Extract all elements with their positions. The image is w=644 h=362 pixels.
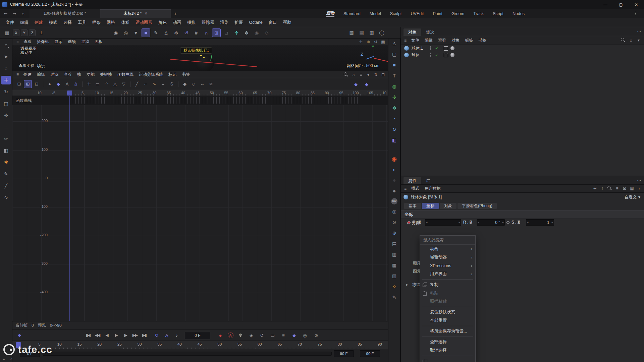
close-button[interactable]: ✕ — [629, 0, 644, 9]
grid-snap-button[interactable]: ⊞ — [212, 28, 221, 37]
layout-save-icon[interactable]: ▤ — [357, 28, 366, 37]
cube-icon[interactable]: ■ — [389, 61, 399, 69]
strip-icon[interactable] — [389, 147, 399, 152]
om-menu-item[interactable]: 文件 — [409, 38, 422, 43]
menu-item[interactable]: 创建 — [32, 20, 46, 25]
viewport[interactable]: 透视视图 移动中 默认摄像机 已: 查看变换: 场景 网格间距 : 500 cm… — [12, 45, 388, 71]
snap-magnet-icon[interactable]: ∩ — [202, 28, 211, 37]
render-region-icon[interactable]: ◎ — [121, 28, 130, 37]
render-queue-icon[interactable]: ▼ — [131, 28, 140, 37]
brush-tool-icon[interactable]: ✎ — [1, 170, 11, 178]
toggle-layout-icon[interactable]: ▦ — [380, 39, 386, 45]
record-icon[interactable]: ● — [46, 80, 54, 88]
lock-icon[interactable]: ⊠ — [622, 185, 628, 191]
sphere-dark-icon[interactable]: ● — [389, 177, 399, 184]
render-view-icon[interactable]: ◉ — [111, 28, 120, 37]
follow-icon[interactable]: ⊙ — [312, 331, 320, 339]
manager-tab[interactable]: 场次 — [421, 28, 439, 36]
workspace-tab[interactable]: 启动 — [326, 10, 334, 17]
ctx-reset-default[interactable]: 复位默认状态 — [420, 308, 475, 316]
gear-icon[interactable]: ✻ — [389, 104, 399, 112]
loop-playback-button[interactable]: ↻ — [153, 331, 161, 339]
figure-icon[interactable]: ♙ — [162, 28, 170, 37]
ctx-paste[interactable]: 粘贴 — [420, 289, 475, 297]
workspace-tab[interactable]: Groom — [451, 11, 464, 16]
motion-mode-icon[interactable]: ⊟ — [33, 80, 41, 88]
position-field[interactable] — [425, 219, 461, 226]
workspace-tab[interactable]: Sculpt — [390, 11, 402, 16]
autokey-icon[interactable]: A — [63, 80, 71, 88]
om-menu-item[interactable]: 查看 — [435, 38, 449, 43]
rotate-tool-icon[interactable]: ↻ — [1, 87, 11, 96]
attr-menu-item[interactable]: 模式 — [409, 186, 422, 191]
menu-item[interactable]: 编辑 — [17, 20, 32, 25]
viewport-menu-item[interactable]: 过滤 — [78, 39, 92, 45]
mask-tool-icon[interactable]: ◧ — [1, 146, 11, 155]
sphere-gray-icon[interactable]: ● — [389, 187, 399, 195]
box-select-icon[interactable]: ▭ — [94, 80, 102, 88]
goto-start-button[interactable]: ▮◀ — [84, 331, 92, 339]
spline-tangent-icon[interactable]: ∿ — [150, 80, 158, 88]
dropdown-icon[interactable]: ▾ — [365, 72, 371, 78]
manager-tab[interactable]: 属性 — [404, 177, 421, 184]
menu-item[interactable]: 文件 — [3, 20, 17, 25]
powerslider-ruler[interactable]: 051015202530354045505560657075808590 — [12, 341, 388, 349]
menu-item[interactable]: 模拟 — [184, 20, 199, 25]
workspace-tab[interactable]: Standard — [343, 11, 361, 16]
ctx-copy[interactable]: 复制 — [420, 281, 475, 289]
pencil-icon[interactable]: ✎ — [389, 294, 399, 301]
menu-item[interactable]: 体积 — [118, 20, 132, 25]
character-gear-icon[interactable]: ✻ — [172, 28, 180, 37]
down-tangent-icon[interactable]: ▽ — [120, 80, 128, 88]
timeline-menu-item[interactable]: 函数曲线 — [115, 72, 136, 77]
add-key-icon[interactable]: ◆ — [181, 80, 189, 88]
magic-icon[interactable]: ✧ — [389, 283, 399, 290]
goto-end-button[interactable]: ▶▮ — [140, 331, 149, 339]
mix-material-icon[interactable]: MIX — [391, 198, 397, 204]
menu-item[interactable]: 帮助 — [280, 20, 294, 25]
axis-x-button[interactable]: X — [13, 29, 19, 36]
timeline-toolbar-icon[interactable] — [130, 81, 130, 87]
tag-icon[interactable] — [444, 46, 448, 51]
history-back-icon[interactable]: ↩ — [592, 185, 598, 191]
timeline-menu-item[interactable]: 功能 — [84, 72, 97, 77]
tree-icon[interactable]: ✣ — [389, 94, 399, 101]
soft-tangent-icon[interactable]: S — [168, 80, 176, 88]
filter-icon[interactable]: ▾ — [636, 37, 642, 43]
enabled-check-icon[interactable]: ✓ — [435, 46, 438, 51]
snap-frames-button[interactable]: A — [163, 331, 171, 339]
ctx-xpressions[interactable]: XPressions › — [420, 261, 475, 270]
keyframe-dot[interactable] — [506, 221, 510, 224]
menu-item[interactable]: 模式 — [46, 20, 60, 25]
phong-tag-icon[interactable] — [450, 53, 454, 57]
camera-record-icon[interactable]: ◉ — [389, 155, 399, 163]
film-icon[interactable]: ▤ — [389, 240, 399, 247]
document-tab[interactable]: 100-触碰切换材质.c4d * — [30, 9, 100, 18]
range-end-field2[interactable]: 90 F — [360, 350, 380, 357]
viewport-menu-item[interactable]: 面板 — [92, 39, 105, 45]
simulation-gear-icon[interactable]: ✻ — [242, 28, 251, 37]
workspace-tab[interactable]: Paint — [433, 11, 442, 16]
more-icon[interactable]: ⋮ — [636, 185, 642, 191]
primitive-cube-button[interactable]: ■ — [142, 28, 150, 37]
zoom-tool-icon[interactable]: ○ — [1, 41, 11, 49]
tab-close-icon[interactable]: ✕ — [144, 11, 147, 16]
timeline-menu-item[interactable]: 过滤 — [48, 72, 61, 77]
layout-icon[interactable]: ▦ — [629, 185, 635, 191]
om-menu-icon[interactable]: ≡ — [402, 38, 409, 43]
knife-tool-icon[interactable]: ╱ — [1, 181, 11, 190]
attribute-tab[interactable]: 平滑着色(Phong) — [458, 203, 497, 209]
current-frame-field[interactable]: 0 F — [185, 332, 210, 339]
menu-item[interactable]: 跟踪器 — [199, 20, 217, 25]
viewport-menu-item[interactable]: 摄像机 — [34, 39, 52, 45]
filter-icon[interactable]: ≡ — [358, 72, 364, 78]
ctx-deselect[interactable]: 取消选择 — [420, 346, 475, 355]
menu-item[interactable]: 窗口 — [266, 20, 280, 25]
viewport-menu-item[interactable]: 显示 — [52, 39, 65, 45]
prev-key-icon[interactable]: ◆ — [352, 80, 360, 88]
remove-key-icon[interactable]: ◇ — [190, 80, 198, 88]
workspace-tab[interactable]: UVEdit — [411, 11, 424, 16]
layout-panel-icon[interactable]: ▧ — [347, 28, 356, 37]
om-menu-item[interactable]: 编辑 — [422, 38, 435, 43]
curve-grid[interactable] — [12, 105, 388, 321]
